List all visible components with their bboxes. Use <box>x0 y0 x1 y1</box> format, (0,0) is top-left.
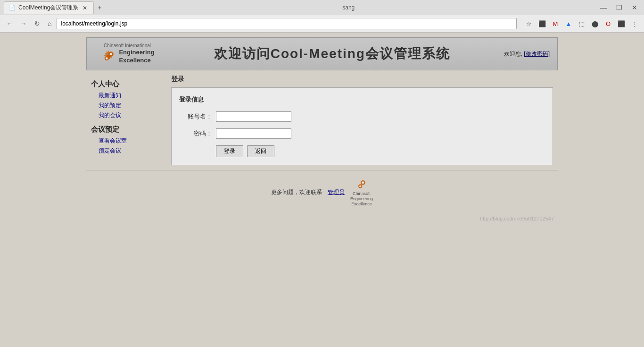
drive-icon[interactable]: ▲ <box>563 18 574 29</box>
reload-button[interactable]: ↻ <box>32 19 42 28</box>
page-section-title: 登录 <box>171 75 553 84</box>
footer-subtitle1: Engineering <box>350 196 373 202</box>
page-wrapper: Chinasoft International Engineering Exce… <box>86 37 558 223</box>
logo-area: Chinasoft International Engineering Exce… <box>94 43 160 65</box>
sidebar-link-my-meetings[interactable]: 我的会议 <box>91 110 162 120</box>
password-row: 密码： <box>179 128 545 139</box>
logo-title-text: Engineering Excellence <box>119 49 154 65</box>
welcome-text: 欢迎您, <box>504 51 522 57</box>
extension-icon1[interactable]: ⬛ <box>537 18 548 29</box>
logo-gear-icon <box>100 48 117 65</box>
title-bar: 📄 CoolMeeting会议管理系 ✕ + sang — ❐ ✕ <box>0 0 644 15</box>
logo-brand: Engineering Excellence <box>100 48 154 65</box>
forward-button[interactable]: → <box>18 19 29 28</box>
svg-point-2 <box>110 52 112 55</box>
tab-title: CoolMeeting会议管理系 <box>18 4 78 12</box>
sidebar-link-my-reservations[interactable]: 我的预定 <box>91 101 162 110</box>
username-row: 账号名： <box>179 111 545 122</box>
bookmark-icon[interactable]: ☆ <box>523 18 535 29</box>
tab-close-button[interactable]: ✕ <box>81 4 89 12</box>
minimize-button[interactable]: — <box>597 3 610 12</box>
opera-icon[interactable]: O <box>603 18 614 29</box>
watermark-text: http://blog.csdn.net/u012702547 <box>480 216 554 221</box>
header-right: 欢迎您, [修改密码] <box>504 50 550 58</box>
sidebar-link-view-rooms[interactable]: 查看会议室 <box>91 136 162 146</box>
footer-gear-icon <box>355 178 368 191</box>
site-header: Chinasoft International Engineering Exce… <box>86 37 558 70</box>
footer-text: 更多问题，欢迎联系 <box>271 188 322 196</box>
sidebar-section2-title: 会议预定 <box>91 125 162 134</box>
back-button[interactable]: ← <box>4 19 15 28</box>
address-input[interactable] <box>57 18 517 29</box>
login-box: 登录信息 账号名： 密码： 登录 返回 <box>171 87 553 165</box>
home-button[interactable]: ⌂ <box>45 19 54 28</box>
maximize-button[interactable]: ❐ <box>613 3 625 12</box>
footer-logo: Chinasoft Engineering Excellence <box>350 178 373 206</box>
footer-subtitle2: Excellence <box>350 202 373 207</box>
content-area: 登录 登录信息 账号名： 密码： 登录 返回 <box>166 75 558 165</box>
footer-company: Chinasoft <box>350 191 373 196</box>
sidebar-section1-title: 个人中心 <box>91 80 162 89</box>
login-button[interactable]: 登录 <box>216 145 243 157</box>
tab-icon: 📄 <box>9 5 16 11</box>
window-controls: — ❐ ✕ <box>597 3 640 12</box>
browser-tab[interactable]: 📄 CoolMeeting会议管理系 ✕ <box>4 1 94 14</box>
sidebar-link-book-meeting[interactable]: 预定会议 <box>91 146 162 156</box>
watermark: http://blog.csdn.net/u012702547 <box>86 214 558 223</box>
change-password-link[interactable]: [修改密码] <box>524 51 550 57</box>
username-input[interactable] <box>216 111 291 122</box>
password-input[interactable] <box>216 128 291 139</box>
site-title: 欢迎访问Cool-Meeting会议管理系统 <box>160 45 504 63</box>
svg-point-8 <box>359 185 361 187</box>
logo-eng1: Engineering <box>119 49 154 57</box>
footer-admin-link[interactable]: 管理员 <box>328 188 345 196</box>
address-bar-row: ← → ↻ ⌂ ☆ ⬛ M ▲ ⬚ ⬤ O ⬛ ⋮ <box>0 15 644 32</box>
main-layout: 个人中心 最新通知 我的预定 我的会议 会议预定 查看会议室 预定会议 登录 登… <box>86 70 558 170</box>
ext-icon[interactable]: ⬛ <box>616 18 627 29</box>
logo-eng2: Excellence <box>119 57 154 65</box>
footer-logo-text: Chinasoft Engineering Excellence <box>350 191 373 206</box>
svg-point-6 <box>362 181 364 184</box>
browser-user: sang <box>342 4 355 11</box>
logo-company-text: Chinasoft International <box>104 43 151 48</box>
username-label: 账号名： <box>179 112 212 121</box>
form-buttons: 登录 返回 <box>216 145 545 157</box>
sidebar: 个人中心 最新通知 我的预定 我的会议 会议预定 查看会议室 预定会议 <box>86 75 166 165</box>
browser-chrome: 📄 CoolMeeting会议管理系 ✕ + sang — ❐ ✕ ← → ↻ … <box>0 0 644 33</box>
back-form-button[interactable]: 返回 <box>247 145 274 157</box>
login-box-title: 登录信息 <box>179 95 545 104</box>
new-tab-button[interactable]: + <box>94 2 105 13</box>
menu-icon[interactable]: ⋮ <box>629 18 640 29</box>
circle-icon[interactable]: ⬤ <box>589 18 601 29</box>
cast-icon[interactable]: ⬚ <box>576 18 587 29</box>
gmail-icon[interactable]: M <box>550 18 561 29</box>
password-label: 密码： <box>179 129 212 138</box>
svg-point-4 <box>106 57 108 59</box>
site-footer: 更多问题，欢迎联系 管理员 Chinasoft Engineering Exce… <box>86 170 558 214</box>
sidebar-link-notices[interactable]: 最新通知 <box>91 91 162 101</box>
toolbar-icons: ☆ ⬛ M ▲ ⬚ ⬤ O ⬛ ⋮ <box>523 18 640 29</box>
close-button[interactable]: ✕ <box>629 3 640 12</box>
